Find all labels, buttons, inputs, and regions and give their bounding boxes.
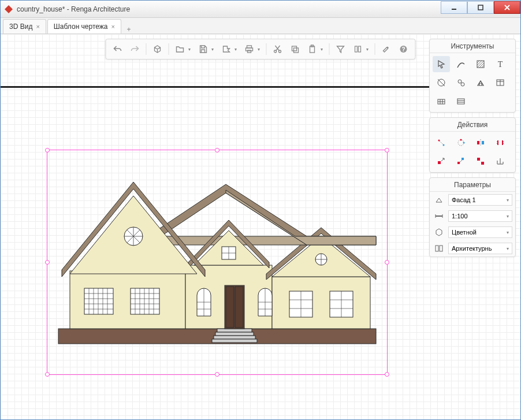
scale-select[interactable]: 1:100▾ (448, 210, 512, 222)
svg-rect-27 (226, 287, 234, 328)
settings-button[interactable] (378, 42, 395, 57)
help-button[interactable]: ? (396, 42, 412, 57)
maximize-button[interactable] (467, 1, 494, 14)
hatch-tool[interactable] (472, 56, 489, 72)
chevron-down-icon[interactable]: ▾ (321, 47, 326, 52)
resize-handle[interactable] (45, 148, 50, 153)
table-tool[interactable] (492, 75, 509, 91)
tab-bar: 3D Вид × Шаблон чертежа × + (1, 18, 520, 34)
window-title: country_house* - Renga Architecture (17, 5, 441, 13)
svg-point-87 (458, 80, 462, 83)
select-tool[interactable] (433, 56, 450, 72)
paste-button[interactable] (304, 42, 321, 57)
chevron-down-icon[interactable]: ▾ (258, 47, 263, 52)
rotate-action[interactable] (452, 135, 470, 151)
flip-action[interactable] (492, 135, 509, 151)
array-action[interactable] (472, 153, 489, 169)
chevron-down-icon: ▾ (507, 230, 509, 235)
cut-button[interactable] (270, 42, 286, 57)
panel-title: Инструменты (430, 39, 515, 53)
color-select[interactable]: Цветной▾ (448, 226, 512, 238)
svg-rect-22 (217, 329, 252, 332)
tab-label: Шаблон чертежа (54, 23, 108, 31)
grid-tool[interactable] (433, 93, 450, 109)
save-button[interactable] (195, 42, 211, 57)
svg-rect-109 (457, 162, 460, 164)
svg-rect-7 (248, 50, 251, 53)
chevron-down-icon: ▾ (507, 246, 509, 251)
svg-rect-15 (359, 46, 361, 52)
actions-panel: Действия (429, 117, 516, 173)
view-select[interactable]: Фасад 1▾ (448, 194, 512, 206)
line-tool[interactable] (452, 56, 470, 72)
tab-drawing-template[interactable]: Шаблон чертежа × (47, 19, 121, 34)
layers-button[interactable] (350, 42, 366, 57)
svg-rect-29 (84, 288, 113, 314)
new-tab-button[interactable]: + (122, 25, 135, 34)
box-button[interactable] (150, 42, 166, 57)
svg-text:T: T (498, 60, 503, 69)
redo-button[interactable] (127, 42, 143, 57)
close-button[interactable] (494, 1, 520, 14)
minimize-button[interactable] (441, 1, 467, 14)
align-action[interactable] (492, 153, 509, 169)
chevron-down-icon[interactable]: ▾ (366, 47, 372, 52)
resize-handle[interactable] (385, 148, 389, 153)
style-icon (433, 242, 445, 255)
move-action[interactable] (433, 135, 450, 151)
svg-point-104 (463, 142, 465, 144)
svg-rect-112 (477, 158, 480, 161)
scale-action[interactable] (433, 153, 450, 169)
panel-title: Действия (430, 118, 515, 132)
params-panel: Параметры Фасад 1▾ 1:100▾ Цветной▾ (429, 177, 516, 257)
tab-3d-view[interactable]: 3D Вид × (3, 19, 46, 34)
chevron-down-icon[interactable]: ▾ (235, 47, 240, 52)
svg-rect-10 (292, 46, 297, 51)
canvas[interactable]: ▾ ▾ ▾ ▾ ▾ ▾ ? (1, 34, 520, 419)
svg-rect-21 (272, 277, 370, 329)
svg-rect-2 (478, 5, 483, 10)
schedule-tool[interactable] (452, 93, 470, 109)
svg-rect-106 (482, 141, 484, 144)
svg-rect-108 (438, 161, 441, 164)
resize-handle[interactable] (215, 372, 219, 377)
svg-marker-0 (5, 5, 13, 13)
svg-rect-12 (310, 46, 315, 53)
resize-handle[interactable] (385, 260, 389, 265)
svg-rect-11 (294, 48, 299, 53)
close-icon[interactable]: × (111, 23, 115, 30)
mirror-action[interactable] (472, 135, 489, 151)
section-tool[interactable] (472, 75, 489, 91)
close-icon[interactable]: × (36, 23, 39, 30)
resize-handle[interactable] (385, 372, 389, 377)
svg-rect-25 (212, 339, 257, 343)
style-select[interactable]: Архитектурнь▾ (448, 243, 512, 254)
scale-icon (433, 210, 445, 222)
resize-handle[interactable] (215, 148, 219, 153)
resize-handle[interactable] (45, 260, 50, 265)
svg-point-100 (443, 144, 445, 146)
axis-tool[interactable] (452, 75, 470, 91)
svg-line-101 (440, 141, 443, 144)
open-button[interactable] (172, 42, 188, 57)
print-button[interactable] (241, 42, 258, 57)
filter-button[interactable] (333, 42, 349, 57)
side-panels: Инструменты T Действ (429, 34, 520, 257)
resize-handle[interactable] (45, 372, 50, 377)
svg-rect-105 (477, 141, 479, 144)
svg-rect-110 (462, 158, 464, 160)
view-icon (433, 194, 445, 206)
color-icon (433, 226, 445, 239)
section-divider (1, 86, 429, 88)
svg-rect-24 (214, 336, 255, 339)
chevron-down-icon: ▾ (507, 214, 509, 219)
stretch-action[interactable] (452, 153, 470, 169)
undo-button[interactable] (110, 42, 126, 57)
export-button[interactable] (218, 42, 235, 57)
dimension-tool[interactable] (433, 75, 450, 91)
tools-panel: Инструменты T (429, 39, 516, 113)
copy-button[interactable] (287, 42, 303, 57)
chevron-down-icon[interactable]: ▾ (188, 47, 194, 52)
chevron-down-icon[interactable]: ▾ (211, 47, 217, 52)
text-tool[interactable]: T (492, 56, 509, 72)
